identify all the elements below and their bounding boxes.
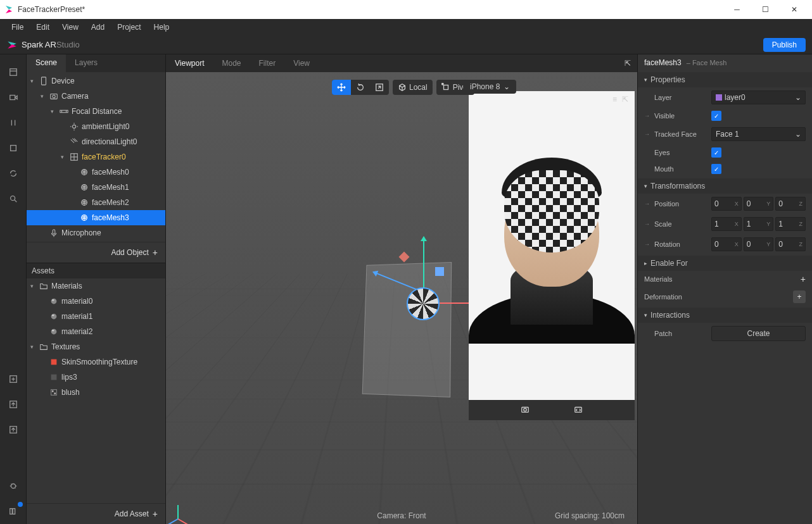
rotation-z[interactable]: 0Z [775,237,806,251]
position-x[interactable]: 0X [711,197,742,211]
tab-viewport[interactable]: Viewport [166,55,213,72]
gizmo-handle[interactable] [435,267,444,276]
popout-icon[interactable]: ⇱ [618,59,637,68]
menu-project[interactable]: Project [111,20,147,34]
svg-point-57 [524,408,526,411]
preview-menu-icon[interactable]: ≡ [612,95,617,104]
rotation-y[interactable]: 0Y [744,237,774,251]
rail-debug-icon[interactable] [5,478,22,494]
inspector: faceMesh3 – Face Mesh ▾Properties Layer … [637,54,812,524]
viewport-3d[interactable]: Local Pivot iPhone 8⌄ [166,72,637,524]
chevron-down-icon: ⌄ [795,130,801,139]
rail-layout-icon[interactable] [5,64,22,80]
scale-x[interactable]: 1X [711,217,742,231]
rail-library-icon[interactable] [5,503,22,520]
tree-item-lips3[interactable]: lips3 [27,370,165,385]
chevron-icon: ▾ [30,283,37,289]
add-asset-button[interactable]: Add Asset+ [27,503,165,524]
position-y[interactable]: 0Y [744,197,774,211]
left-rail [0,54,27,524]
rail-video-icon[interactable] [5,89,22,106]
tree-item-material0[interactable]: material0 [27,294,165,309]
add-object-button[interactable]: Add Object+ [27,242,165,263]
rail-refresh-icon[interactable] [5,165,22,182]
rotation-x[interactable]: 0X [711,237,742,251]
section-interactions[interactable]: ▾Interactions [638,308,812,323]
preview-expand-icon[interactable]: ⇱ [622,95,628,104]
tree-item-directionallight0[interactable]: directionalLight0 [27,134,165,149]
tree-item-facemesh3[interactable]: faceMesh3 [27,210,165,225]
gizmo-handle[interactable] [399,252,410,263]
camera-icon [49,92,59,101]
tree-item-material1[interactable]: material1 [27,309,165,324]
tree-item-skinsmoothingtexture[interactable]: SkinSmoothingTexture [27,354,165,370]
rail-stop-icon[interactable] [5,140,22,156]
tree-item-facetracker0[interactable]: ▾faceTracker0 [27,149,165,165]
tree-item-facemesh2[interactable]: faceMesh2 [27,195,165,210]
scale-z[interactable]: 1Z [775,217,806,231]
section-properties[interactable]: ▾Properties [638,72,812,87]
tracked-face-select[interactable]: Face 1⌄ [711,127,806,141]
tree-item-blush[interactable]: blush [27,385,165,400]
rail-upload-icon[interactable] [5,421,22,438]
eyes-checkbox[interactable]: ✓ [711,147,721,158]
tab-scene[interactable]: Scene [27,54,66,72]
position-z[interactable]: 0Z [775,197,806,211]
assets-header: Assets [27,263,165,278]
svg-point-47 [52,330,54,332]
minimize-button[interactable]: ─ [723,0,751,19]
add-deformation-button[interactable]: + [793,290,806,303]
tree-item-microphone[interactable]: Microphone [27,225,165,240]
mouth-checkbox[interactable]: ✓ [711,164,721,174]
local-toggle[interactable]: Local [393,80,433,95]
preview-canvas[interactable] [469,91,635,400]
menu-file[interactable]: File [5,20,30,34]
facemesh-gizmo[interactable] [407,287,440,320]
tree-item-ambientlight0[interactable]: ambientLight0 [27,119,165,134]
tree-item-camera[interactable]: ▾Camera [27,89,165,104]
publish-button[interactable]: Publish [763,38,806,52]
rail-pause-icon[interactable] [5,115,22,131]
tab-filter[interactable]: Filter [250,55,285,72]
brand-bar: Spark AR Studio Publish [0,35,812,54]
tree-item-material2[interactable]: material2 [27,324,165,339]
tree-item-facemesh1[interactable]: faceMesh1 [27,180,165,195]
menu-view[interactable]: View [56,20,85,34]
device-selector[interactable]: iPhone 8⌄ [464,80,516,94]
tree-item-focal-distance[interactable]: ▾Focal Distance [27,104,165,119]
scale-y[interactable]: 1Y [744,217,774,231]
scale-tool[interactable] [370,80,389,95]
svg-line-7 [14,200,16,203]
maximize-button[interactable]: ☐ [751,0,780,19]
move-tool[interactable] [332,80,351,95]
visible-checkbox[interactable]: ✓ [711,111,721,121]
tab-mode[interactable]: Mode [213,55,250,72]
flip-camera-icon[interactable] [574,405,583,416]
gizmo-y-axis[interactable] [423,237,424,289]
svg-point-43 [52,299,54,301]
rail-export-icon[interactable] [5,396,22,413]
tree-item-facemesh0[interactable]: faceMesh0 [27,165,165,180]
mesh-icon [79,168,89,177]
tab-view[interactable]: View [284,55,319,72]
rotate-tool[interactable] [351,80,370,95]
close-button[interactable]: ✕ [780,0,808,19]
capture-icon[interactable] [521,405,530,416]
tree-item-device[interactable]: ▾Device [27,73,165,89]
section-enable-for[interactable]: ▸Enable For [638,256,812,271]
tab-layers[interactable]: Layers [66,54,106,72]
layer-select[interactable]: layer0⌄ [711,90,806,104]
rail-add-icon[interactable] [5,371,22,387]
menu-edit[interactable]: Edit [30,20,56,34]
menu-add[interactable]: Add [85,20,111,34]
create-patch-button[interactable]: Create [711,326,806,341]
rail-search-icon[interactable] [5,190,22,207]
camera-plane [362,262,452,397]
sphere-icon [49,297,59,306]
section-transformations[interactable]: ▾Transformations [638,178,812,194]
add-material-button[interactable]: + [801,274,806,284]
tree-item-materials[interactable]: ▾Materials [27,278,165,294]
mesh-icon [79,213,89,222]
menu-help[interactable]: Help [148,20,176,34]
tree-item-textures[interactable]: ▾Textures [27,339,165,354]
